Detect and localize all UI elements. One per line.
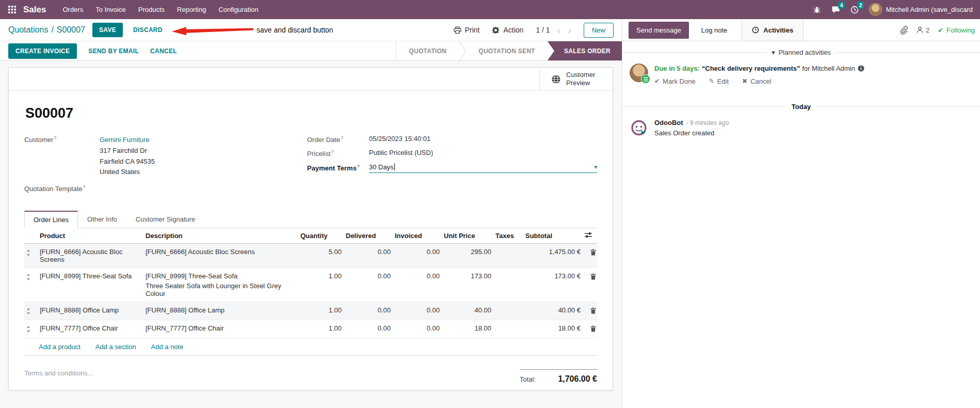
drag-handle-icon[interactable] [24,302,38,320]
add-section-link[interactable]: Add a section [95,343,136,351]
cell-invoiced[interactable]: 0.00 [393,320,442,338]
cell-product[interactable]: [FURN_6666] Acoustic Bloc Screens [38,243,143,268]
print-button[interactable]: Print [454,26,480,34]
customer-link[interactable]: Gemini Furniture [100,135,155,146]
cell-unit-price[interactable]: 295.00 [442,243,493,268]
menu-to-invoice[interactable]: To Invoice [89,1,132,19]
cell-delivered[interactable]: 0.00 [344,320,393,338]
cell-description[interactable]: [FURN_8999] Three-Seat SofaThree Seater … [143,268,298,302]
stage-sales-order[interactable]: SALES ORDER [548,41,622,60]
pager-previous-icon[interactable]: ‹ [557,25,561,35]
col-description[interactable]: Description [143,228,298,244]
log-note-button[interactable]: Log note [701,26,728,34]
add-note-link[interactable]: Add a note [151,343,184,351]
followers-button[interactable]: 2 [916,26,929,34]
cell-description[interactable]: [FURN_6666] Acoustic Bloc Screens [143,243,298,268]
cell-quantity[interactable]: 1.00 [298,302,344,320]
mark-done-button[interactable]: ✔Mark Done [654,77,696,85]
cell-quantity[interactable]: 5.00 [298,243,344,268]
planned-activities-toggle[interactable]: ▾ Planned activities [772,49,831,56]
cell-invoiced[interactable]: 0.00 [393,268,442,302]
cell-taxes[interactable] [493,243,523,268]
cell-unit-price[interactable]: 173.00 [442,268,493,302]
cell-taxes[interactable] [493,268,523,302]
message-author[interactable]: OdooBot [654,119,683,127]
edit-activity-button[interactable]: ✎Edit [709,77,729,85]
cell-taxes[interactable] [493,302,523,320]
drag-handle-icon[interactable] [24,320,38,338]
discard-button[interactable]: DISCARD [133,26,163,34]
record-name[interactable]: S00007 [25,105,597,121]
table-row[interactable]: [FURN_8999] Three-Seat Sofa [FURN_8999] … [24,268,597,302]
cell-product[interactable]: [FURN_7777] Office Chair [38,320,143,338]
drag-handle-icon[interactable] [24,243,38,268]
terms-and-conditions-field[interactable]: Terms and conditions... [24,369,93,384]
apps-grid-icon[interactable] [5,4,19,15]
col-product[interactable]: Product [38,228,143,244]
messages-icon[interactable]: 4 [831,6,840,14]
cell-invoiced[interactable]: 0.00 [393,302,442,320]
tab-order-lines[interactable]: Order Lines [24,211,78,228]
menu-configuration[interactable]: Configuration [212,1,264,19]
tab-customer-signature[interactable]: Customer Signature [126,211,205,228]
debug-bug-icon[interactable] [813,6,821,14]
stage-quotation-sent[interactable]: QUOTATION SENT [466,41,548,60]
col-unit-price[interactable]: Unit Price [442,228,493,244]
table-row[interactable]: [FURN_7777] Office Chair [FURN_7777] Off… [24,320,597,338]
save-button[interactable]: SAVE [92,23,123,37]
cell-invoiced[interactable]: 0.00 [393,243,442,268]
action-button[interactable]: Action [492,26,523,34]
cell-description[interactable]: [FURN_7777] Office Chair [143,320,298,338]
optional-columns-icon[interactable] [583,228,597,244]
cancel-activity-button[interactable]: ✖Cancel [742,77,772,85]
cell-unit-price[interactable]: 18.00 [442,320,493,338]
cell-product[interactable]: [FURN_8888] Office Lamp [38,302,143,320]
cell-product[interactable]: [FURN_8999] Three-Seat Sofa [38,268,143,302]
app-title[interactable]: Sales [23,5,46,15]
info-icon[interactable] [858,65,864,72]
delete-line-icon[interactable] [583,243,597,268]
pricelist-value[interactable]: Public Pricelist (USD) [369,149,433,158]
send-by-email-button[interactable]: SEND BY EMAIL [88,48,139,55]
table-row[interactable]: [FURN_8888] Office Lamp [FURN_8888] Offi… [24,302,597,320]
menu-reporting[interactable]: Reporting [171,1,212,19]
create-invoice-button[interactable]: CREATE INVOICE [8,43,77,59]
menu-products[interactable]: Products [132,1,171,19]
cell-taxes[interactable] [493,320,523,338]
cell-unit-price[interactable]: 40.00 [442,302,493,320]
cancel-button[interactable]: CANCEL [150,48,177,55]
delete-line-icon[interactable] [583,302,597,320]
cell-quantity[interactable]: 1.00 [298,268,344,302]
user-menu[interactable]: Mitchell Admin (save_discard [869,3,973,16]
delete-line-icon[interactable] [583,320,597,338]
following-button[interactable]: ✔ Following [938,26,975,34]
col-taxes[interactable]: Taxes [493,228,523,244]
customer-preview-button[interactable]: Customer Preview [539,68,613,90]
cell-delivered[interactable]: 0.00 [344,302,393,320]
col-delivered[interactable]: Delivered [344,228,393,244]
cell-quantity[interactable]: 1.00 [298,320,344,338]
pager-next-icon[interactable]: › [568,25,571,35]
drag-handle-icon[interactable] [24,268,38,302]
delete-line-icon[interactable] [583,268,597,302]
col-subtotal[interactable]: Subtotal [523,228,583,244]
table-row[interactable]: [FURN_6666] Acoustic Bloc Screens [FURN_… [24,243,597,268]
cell-description[interactable]: [FURN_8888] Office Lamp [143,302,298,320]
add-product-link[interactable]: Add a product [39,343,81,351]
payment-terms-input[interactable]: 30 Days ▾ [369,163,597,173]
dropdown-caret-icon[interactable]: ▾ [594,164,597,170]
cell-delivered[interactable]: 0.00 [344,243,393,268]
new-button[interactable]: New [584,23,614,38]
cell-delivered[interactable]: 0.00 [344,268,393,302]
col-invoiced[interactable]: Invoiced [393,228,442,244]
order-date-value[interactable]: 05/25/2023 15:40:01 [369,135,430,144]
breadcrumb-quotations[interactable]: Quotations [8,25,48,35]
menu-orders[interactable]: Orders [56,1,89,19]
attachment-paperclip-icon[interactable] [899,26,908,35]
stage-quotation[interactable]: QUOTATION [396,41,459,60]
send-message-button[interactable]: Send message [629,22,689,39]
col-quantity[interactable]: Quantity [298,228,344,244]
activities-clock-icon[interactable]: 2 [850,6,859,14]
activities-tab[interactable]: Activities [742,19,804,41]
tab-other-info[interactable]: Other Info [78,211,126,228]
